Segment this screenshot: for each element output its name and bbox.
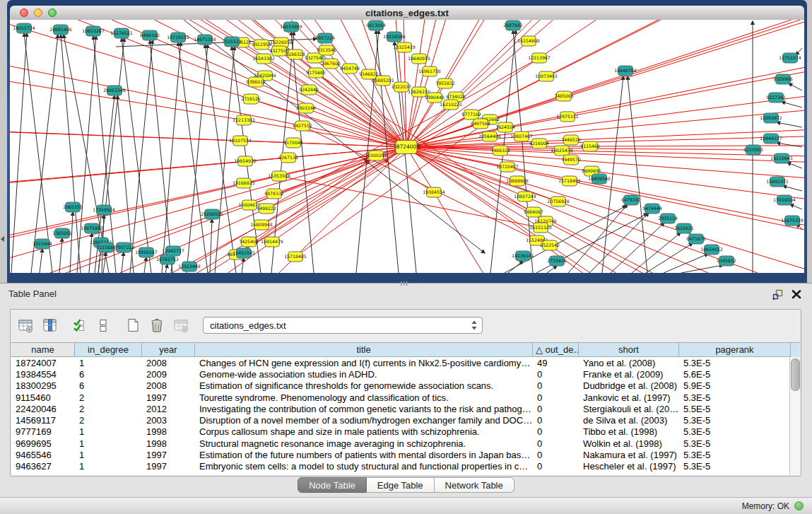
network-node[interactable]: 8186328 <box>286 49 305 59</box>
network-node[interactable]: 15751074 <box>779 53 801 63</box>
table-row[interactable]: 969969511998Structural magnetic resonanc… <box>11 438 800 449</box>
network-node[interactable]: 13325419 <box>393 42 416 52</box>
network-node[interactable]: 19166825 <box>233 178 255 188</box>
network-node[interactable]: 10958187 <box>135 247 158 257</box>
column-header-out_de[interactable]: △ out_de… <box>533 343 579 357</box>
network-node[interactable]: 15718485 <box>284 252 307 262</box>
network-node[interactable]: 6466160 <box>140 30 160 40</box>
collapse-panel-arrow-icon[interactable] <box>1 236 4 242</box>
tab-edge-table[interactable]: Edge Table <box>367 477 435 493</box>
network-node[interactable]: 9313546 <box>317 45 336 55</box>
network-node[interactable]: 12213967 <box>528 53 551 63</box>
network-node[interactable]: 7486322 <box>490 146 510 156</box>
table-row[interactable]: 2242004622012Investigating the contribut… <box>11 403 800 414</box>
table-selector[interactable]: citations_edges.txt <box>203 317 483 334</box>
network-node[interactable]: 18640910 <box>408 54 430 64</box>
network-node[interactable]: 17016504 <box>773 195 796 205</box>
network-node[interactable]: 12213383 <box>233 115 255 125</box>
network-node[interactable]: 10688609 <box>506 176 529 186</box>
checkbox-list-button[interactable] <box>93 316 114 334</box>
network-node[interactable]: 10654012 <box>700 245 723 255</box>
splitter-grip[interactable] <box>401 281 409 286</box>
show-columns-button[interactable] <box>39 316 60 334</box>
network-node[interactable]: 17359924 <box>93 205 115 215</box>
column-header-title[interactable]: title <box>195 343 533 357</box>
network-node[interactable]: 16210643 <box>770 153 793 163</box>
column-header-in_degree[interactable]: in_degree <box>75 343 142 357</box>
delete-table-button[interactable] <box>170 316 192 334</box>
network-node[interactable]: 3624554 <box>495 122 515 132</box>
network-node[interactable]: 16154808 <box>517 36 540 46</box>
network-node[interactable]: 16033809 <box>280 22 302 32</box>
network-node[interactable]: 12923448 <box>178 262 201 271</box>
network-node[interactable]: 2522540 <box>540 240 560 250</box>
network-node[interactable]: 9267130 <box>278 153 298 163</box>
table-vertical-scrollbar[interactable] <box>789 357 800 475</box>
network-node[interactable]: 1733426 <box>547 256 567 266</box>
network-node[interactable]: 9329966 <box>773 74 793 84</box>
network-node[interactable]: 15885201 <box>372 76 394 86</box>
network-node[interactable]: 8215953 <box>743 145 763 155</box>
hub-network-node[interactable]: 18724007 <box>393 141 420 154</box>
network-node[interactable]: 10973493 <box>535 71 558 81</box>
network-node[interactable]: 10025438 <box>551 146 573 156</box>
column-header-name[interactable]: name <box>11 343 75 357</box>
network-node[interactable]: 12444157 <box>760 134 782 144</box>
network-node[interactable]: 9115460 <box>580 141 600 151</box>
tab-node-table[interactable]: Node Table <box>298 477 367 493</box>
network-node[interactable]: 8427552 <box>293 121 312 131</box>
network-node[interactable]: 18720407 <box>496 162 519 172</box>
network-node[interactable]: 8912955 <box>252 40 271 49</box>
network-node[interactable]: 6479197 <box>621 195 641 205</box>
table-row[interactable]: 977716911998Corpus callosum shape and si… <box>11 426 800 438</box>
network-node[interactable]: 8878332 <box>264 189 284 199</box>
network-node[interactable]: 14055724 <box>13 23 35 33</box>
delete-button[interactable] <box>146 316 167 334</box>
network-node[interactable]: 9396012 <box>246 77 266 87</box>
network-node[interactable]: 9498222 <box>257 204 276 214</box>
scrollbar-thumb[interactable] <box>791 358 800 391</box>
table-row[interactable]: 1938455462009Genome-wide association stu… <box>11 368 800 380</box>
column-header-short[interactable]: short <box>579 343 679 357</box>
column-header-year[interactable]: year <box>142 343 195 357</box>
table-mode-button[interactable] <box>15 316 36 334</box>
network-node[interactable]: 2803144 <box>296 103 316 113</box>
network-node[interactable]: 20891406 <box>49 25 72 35</box>
new-file-button[interactable] <box>122 316 143 334</box>
network-node[interactable]: 16151320 <box>529 223 552 233</box>
table-row[interactable]: 946362711997Embryonic stem cells: a mode… <box>11 461 800 472</box>
network-node[interactable]: 6216004 <box>529 139 549 148</box>
network-node[interactable]: 20756928 <box>547 197 570 206</box>
network-node[interactable]: 6497568 <box>471 119 490 129</box>
network-node[interactable]: 12975151 <box>556 112 579 122</box>
select-all-button[interactable] <box>69 316 90 334</box>
network-node[interactable]: 15276021 <box>110 28 133 38</box>
table-header-row[interactable]: namein_degreeyeartitle△ out_de…shortpage… <box>11 343 800 357</box>
network-node[interactable]: 16809948 <box>250 220 273 230</box>
network-node[interactable]: 20053346 <box>103 86 126 95</box>
float-panel-icon[interactable] <box>772 288 784 300</box>
network-node[interactable]: 9170042 <box>283 138 303 148</box>
network-node[interactable]: 3315944 <box>33 239 52 249</box>
network-node[interactable]: 16648784 <box>614 66 637 76</box>
network-node[interactable]: 1115689 <box>96 243 116 252</box>
network-node[interactable]: 10653287 <box>82 26 105 36</box>
citation-network-graph[interactable]: 1830029519384554866012389129551822605893… <box>10 20 804 273</box>
network-node[interactable]: 9777169 <box>461 110 481 119</box>
network-node[interactable]: 7515523 <box>222 37 242 47</box>
network-node[interactable]: 14136141 <box>512 251 534 261</box>
network-node[interactable]: 16914479 <box>261 237 283 247</box>
network-node[interactable]: 16409540 <box>588 174 611 184</box>
table-row[interactable]: 946554611997Estimation of the future num… <box>11 449 800 460</box>
network-node[interactable]: 16543382 <box>252 54 275 64</box>
network-node[interactable]: 9242848 <box>299 85 319 95</box>
network-node[interactable]: 2065355 <box>63 202 83 212</box>
network-node[interactable]: 10975887 <box>81 223 103 233</box>
network-node[interactable]: 19854932 <box>234 156 257 166</box>
network-node[interactable]: 7955812 <box>435 78 455 88</box>
network-node[interactable]: 9884067 <box>524 207 543 217</box>
network-node[interactable]: 10719155 <box>167 33 189 42</box>
table-row[interactable]: 911546021997Tourette syndrome. Phenomeno… <box>11 392 800 403</box>
network-node[interactable]: 16210220 <box>440 100 462 110</box>
network-node[interactable]: 7485063 <box>554 91 574 101</box>
